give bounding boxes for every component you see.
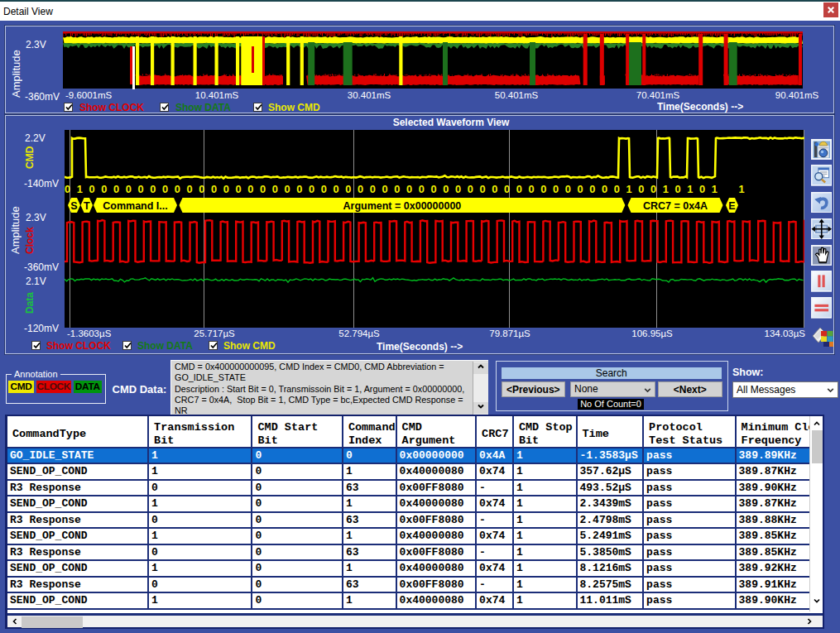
svg-text:0: 0 [540, 183, 546, 195]
svg-text:0: 0 [516, 183, 522, 195]
svg-text:0: 0 [455, 183, 461, 195]
svg-text:0: 0 [614, 183, 620, 195]
svg-text:0: 0 [113, 183, 119, 195]
svg-text:0: 0 [272, 183, 278, 195]
svg-text:0: 0 [137, 183, 143, 195]
svg-text:1: 1 [663, 183, 669, 195]
svg-text:0: 0 [211, 183, 217, 195]
svg-text:0: 0 [101, 183, 107, 195]
svg-text:0: 0 [65, 183, 70, 195]
svg-text:0: 0 [89, 183, 94, 195]
svg-text:0: 0 [345, 183, 351, 195]
svg-text:0: 0 [126, 183, 132, 195]
svg-text:0: 0 [443, 183, 449, 195]
svg-text:0: 0 [235, 183, 241, 195]
svg-text:0: 0 [358, 183, 363, 195]
svg-text:CRC7 = 0x4A: CRC7 = 0x4A [643, 200, 708, 212]
svg-text:0: 0 [577, 183, 583, 195]
svg-text:Command I...: Command I... [103, 200, 167, 212]
svg-text:0: 0 [430, 183, 436, 195]
svg-text:Argument = 0x00000000: Argument = 0x00000000 [343, 200, 462, 212]
svg-text:0: 0 [296, 183, 302, 195]
svg-text:0: 0 [284, 183, 290, 195]
svg-text:0: 0 [162, 183, 168, 195]
svg-text:T: T [84, 200, 90, 212]
svg-text:0: 0 [638, 183, 644, 195]
svg-text:0: 0 [674, 183, 680, 195]
svg-text:0: 0 [382, 183, 387, 195]
svg-text:0: 0 [394, 183, 400, 195]
svg-text:S: S [70, 200, 77, 212]
svg-text:0: 0 [309, 183, 314, 195]
svg-text:0: 0 [175, 183, 180, 195]
svg-text:1: 1 [687, 183, 693, 195]
svg-text:0: 0 [260, 183, 266, 195]
svg-text:0: 0 [479, 183, 485, 195]
svg-text:0: 0 [650, 183, 656, 195]
svg-text:0: 0 [602, 183, 607, 195]
svg-text:0: 0 [150, 183, 156, 195]
svg-text:0: 0 [528, 183, 534, 195]
svg-text:1: 1 [626, 183, 631, 195]
svg-text:0: 0 [468, 183, 473, 195]
svg-text:0: 0 [370, 183, 376, 195]
svg-text:0: 0 [699, 183, 705, 195]
svg-text:0: 0 [186, 183, 192, 195]
svg-text:0: 0 [333, 183, 338, 195]
svg-text:0: 0 [406, 183, 412, 195]
svg-text:0: 0 [553, 183, 559, 195]
svg-text:1: 1 [738, 183, 744, 195]
svg-text:0: 0 [589, 183, 595, 195]
svg-text:1: 1 [712, 183, 718, 195]
svg-text:0: 0 [247, 183, 253, 195]
svg-text:0: 0 [321, 183, 327, 195]
svg-text:0: 0 [419, 183, 425, 195]
svg-text:0: 0 [199, 183, 204, 195]
svg-text:0: 0 [492, 183, 497, 195]
svg-text:0: 0 [223, 183, 229, 195]
svg-text:0: 0 [565, 183, 571, 195]
svg-text:E: E [728, 200, 735, 212]
svg-text:1: 1 [77, 183, 83, 195]
svg-text:0: 0 [504, 183, 510, 195]
